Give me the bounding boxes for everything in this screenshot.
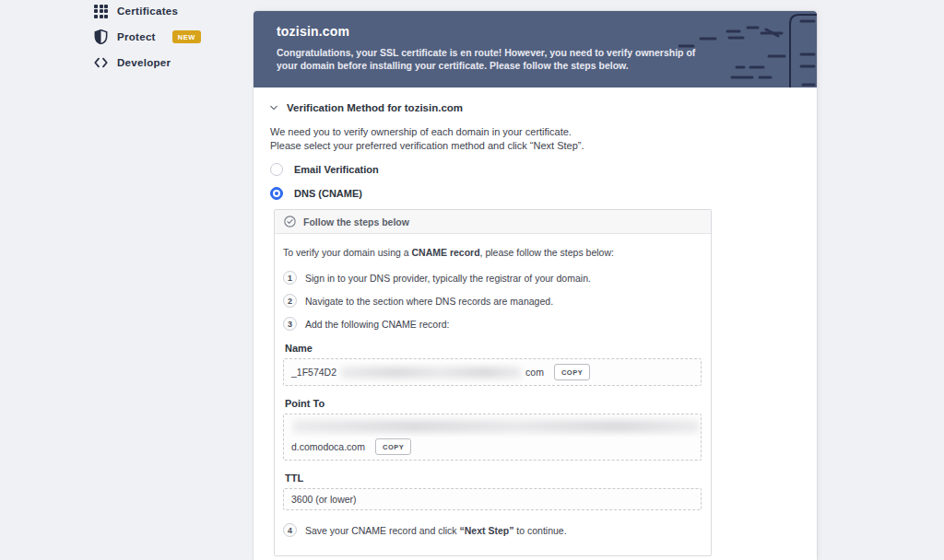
step-1: 1 Sign in to your DNS provider, typicall… xyxy=(283,271,702,285)
code-icon xyxy=(94,57,108,68)
grid-icon xyxy=(94,5,108,18)
section-description: We need you to verify ownership of each … xyxy=(270,125,801,152)
step-3: 3 Add the following CNAME record: xyxy=(283,317,702,331)
cname-name-suffix: com xyxy=(525,367,544,378)
cname-name-field: _1F574D2 com COPY xyxy=(283,358,702,386)
cname-steps-box: Follow the steps below To verify your do… xyxy=(274,209,712,556)
step-number: 2 xyxy=(283,294,297,308)
verification-method-accordion[interactable]: Verification Method for tozisin.com xyxy=(270,102,801,113)
steps-intro: To verify your domain using a CNAME reco… xyxy=(283,247,702,258)
radio-circle-selected[interactable] xyxy=(270,187,283,200)
copy-pointto-button[interactable]: COPY xyxy=(375,438,411,455)
sidebar-item-label: Certificates xyxy=(117,6,178,17)
pointto-field-label: Point To xyxy=(285,398,702,409)
cname-pointto-value: d.comodoca.com xyxy=(291,441,365,452)
check-circle-icon xyxy=(284,216,296,228)
cname-name-prefix: _1F574D2 xyxy=(291,367,336,378)
step-number: 4 xyxy=(283,523,297,537)
shield-icon xyxy=(94,29,108,44)
sidebar-item-certificates[interactable]: Certificates xyxy=(94,0,242,24)
redacted-value xyxy=(293,420,699,433)
section-title: Verification Method for tozisin.com xyxy=(287,102,463,113)
sidebar-item-developer[interactable]: Developer xyxy=(94,50,242,76)
steps-box-title: Follow the steps below xyxy=(303,216,409,228)
domain-subtitle: Congratulations, your SSL certificate is… xyxy=(277,46,710,72)
sidebar: Certificates Protect NEW Developer xyxy=(94,0,242,76)
step-4: 4 Save your CNAME record and click “Next… xyxy=(283,523,702,537)
sidebar-item-label: Protect xyxy=(117,31,156,42)
domain-header: tozisin.com Congratulations, your SSL ce… xyxy=(254,11,817,88)
certificate-card: tozisin.com Congratulations, your SSL ce… xyxy=(254,11,817,560)
redacted-value xyxy=(341,367,521,379)
copy-name-button[interactable]: COPY xyxy=(554,364,590,380)
chevron-down-icon xyxy=(270,104,277,111)
name-field-label: Name xyxy=(285,343,702,354)
ttl-field: 3600 (or lower) xyxy=(283,488,702,510)
step-2: 2 Navigate to the section where DNS reco… xyxy=(283,294,702,308)
ttl-value: 3600 (or lower) xyxy=(291,494,357,505)
step-number: 1 xyxy=(283,271,297,285)
step-number: 3 xyxy=(283,317,297,331)
radio-email-verification[interactable]: Email Verification xyxy=(270,163,801,176)
sidebar-item-label: Developer xyxy=(117,57,171,68)
cname-pointto-field: d.comodoca.com COPY xyxy=(283,414,702,461)
radio-dns-cname[interactable]: DNS (CNAME) xyxy=(270,187,801,200)
domain-title: tozisin.com xyxy=(277,24,795,39)
new-badge: NEW xyxy=(172,30,201,43)
steps-box-header: Follow the steps below xyxy=(275,210,711,234)
radio-circle[interactable] xyxy=(270,163,283,176)
ttl-field-label: TTL xyxy=(285,472,702,484)
sidebar-item-protect[interactable]: Protect NEW xyxy=(94,24,242,50)
